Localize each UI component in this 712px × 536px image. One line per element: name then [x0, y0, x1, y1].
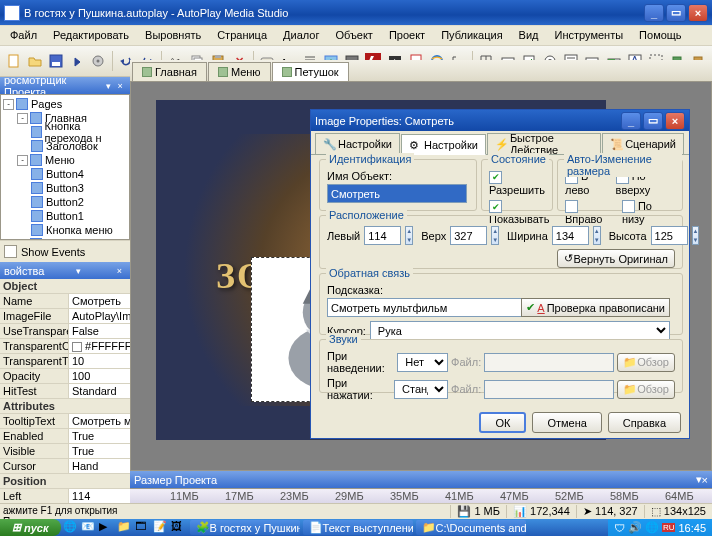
- tray-icon[interactable]: 🔊: [628, 521, 642, 534]
- top-spinner[interactable]: ▲▼: [491, 226, 499, 245]
- height-input[interactable]: [651, 226, 688, 245]
- build-icon[interactable]: [89, 50, 108, 72]
- tree-item[interactable]: Заголовок: [46, 140, 98, 152]
- left-input[interactable]: [364, 226, 401, 245]
- tab-quick-action[interactable]: ⚡Быстрое Действие: [487, 133, 601, 154]
- project-tree[interactable]: -Pages -Главная Кнопка перехода н Заголо…: [0, 94, 130, 240]
- expand-icon[interactable]: -: [17, 155, 28, 166]
- prop-value[interactable]: False: [68, 324, 130, 338]
- menu-page[interactable]: Страница: [213, 28, 271, 43]
- help-button[interactable]: Справка: [608, 412, 681, 433]
- show-events-checkbox[interactable]: [4, 245, 17, 258]
- tray-icon[interactable]: 🌐: [645, 521, 659, 534]
- tree-item[interactable]: Button1: [46, 210, 84, 222]
- tree-item[interactable]: Button4: [46, 168, 84, 180]
- click-browse-button[interactable]: 📁 Обзор: [617, 380, 675, 399]
- panel-menu-icon[interactable]: ▾: [72, 264, 85, 277]
- top-input[interactable]: [450, 226, 487, 245]
- width-input[interactable]: [552, 226, 589, 245]
- prop-value[interactable]: AutoPlay\Image: [68, 309, 130, 323]
- restore-original-button[interactable]: ↺ Вернуть Оригинал: [557, 249, 675, 268]
- prop-value[interactable]: 114: [68, 489, 130, 503]
- menu-edit[interactable]: Редактировать: [49, 28, 133, 43]
- close-button[interactable]: ×: [688, 4, 708, 22]
- quick-launch-icon[interactable]: 🗔: [135, 520, 151, 535]
- quick-launch-icon[interactable]: 🖼: [171, 520, 187, 535]
- quick-launch-icon[interactable]: 📁: [117, 520, 133, 535]
- prop-value[interactable]: Standard: [68, 384, 130, 398]
- menu-project[interactable]: Проект: [385, 28, 429, 43]
- panel-menu-icon[interactable]: ▾: [102, 79, 114, 92]
- height-spinner[interactable]: ▲▼: [692, 226, 700, 245]
- tab-menu[interactable]: Меню: [208, 62, 271, 81]
- prop-value[interactable]: True: [68, 444, 130, 458]
- hover-browse-button[interactable]: 📁 Обзор: [617, 353, 675, 372]
- quick-launch-icon[interactable]: 📧: [81, 520, 97, 535]
- tree-root[interactable]: Pages: [31, 98, 62, 110]
- tab-petushok[interactable]: Петушок: [272, 62, 349, 81]
- start-button[interactable]: ⊞пуск: [0, 519, 61, 536]
- tab-settings[interactable]: 🔧Настройки: [315, 133, 400, 154]
- tab-attributes[interactable]: ⚙Настройки: [401, 134, 486, 155]
- panel-close-icon[interactable]: ×: [114, 79, 126, 92]
- tab-main[interactable]: Главная: [132, 62, 207, 81]
- taskbar-item[interactable]: 🧩 В гостях у Пушкина...: [190, 520, 300, 535]
- menu-align[interactable]: Выровнять: [141, 28, 205, 43]
- menu-object[interactable]: Объект: [331, 28, 376, 43]
- clock[interactable]: 16:45: [678, 522, 706, 534]
- prop-value[interactable]: Смотреть муль: [68, 414, 130, 428]
- properties-grid[interactable]: Object NameСмотреть ImageFileAutoPlay\Im…: [0, 279, 130, 519]
- prop-value[interactable]: Смотреть: [68, 294, 130, 308]
- prop-value[interactable]: 100: [68, 369, 130, 383]
- quick-launch-icon[interactable]: 📝: [153, 520, 169, 535]
- quick-launch-icon[interactable]: 🌐: [63, 520, 79, 535]
- dialog-minimize-button[interactable]: _: [621, 112, 641, 130]
- bottom-checkbox[interactable]: [622, 200, 635, 213]
- menu-help[interactable]: Помощь: [635, 28, 686, 43]
- open-icon[interactable]: [25, 50, 44, 72]
- dialog-titlebar[interactable]: Image Properties: Смотреть _ ▭ ×: [311, 110, 689, 131]
- panel-close-icon[interactable]: ×: [702, 474, 708, 486]
- cursor-select[interactable]: Рука: [370, 321, 670, 340]
- tree-item[interactable]: Кнопка меню: [46, 224, 113, 236]
- taskbar-item[interactable]: 📄 Текст выступления ...: [303, 520, 413, 535]
- prop-value[interactable]: #FFFFFF: [68, 339, 130, 353]
- hover-sound-select[interactable]: Нет: [397, 353, 448, 372]
- menu-file[interactable]: Файл: [6, 28, 41, 43]
- tree-item[interactable]: Меню: [45, 154, 75, 166]
- expand-icon[interactable]: -: [17, 113, 28, 124]
- dialog-close-button[interactable]: ×: [665, 112, 685, 130]
- lang-icon[interactable]: RU: [662, 523, 676, 532]
- ok-button[interactable]: ОК: [479, 412, 526, 433]
- dialog-maximize-button[interactable]: ▭: [643, 112, 663, 130]
- prop-value[interactable]: True: [68, 429, 130, 443]
- cancel-button[interactable]: Отмена: [532, 412, 601, 433]
- spellcheck-button[interactable]: ✔АПроверка правописани: [521, 298, 670, 317]
- save-icon[interactable]: [46, 50, 65, 72]
- preview-icon[interactable]: [68, 50, 87, 72]
- prop-value[interactable]: Hand: [68, 459, 130, 473]
- tree-item[interactable]: Button3: [46, 182, 84, 194]
- object-name-input[interactable]: [327, 184, 467, 203]
- panel-close-icon[interactable]: ×: [113, 264, 126, 277]
- width-spinner[interactable]: ▲▼: [593, 226, 601, 245]
- prop-value[interactable]: 10: [68, 354, 130, 368]
- quick-launch-icon[interactable]: ▶: [99, 520, 115, 535]
- right-checkbox[interactable]: [565, 200, 578, 213]
- allow-checkbox[interactable]: [489, 171, 502, 184]
- menu-tools[interactable]: Инструменты: [551, 28, 628, 43]
- expand-icon[interactable]: -: [3, 99, 14, 110]
- system-tray[interactable]: 🛡 🔊 🌐 RU 16:45: [608, 519, 712, 536]
- taskbar-item[interactable]: 📁 C:\Documents and Se...: [416, 520, 526, 535]
- click-sound-select[interactable]: Стандарт: [394, 380, 448, 399]
- tree-item[interactable]: Button2: [46, 196, 84, 208]
- new-icon[interactable]: [4, 50, 23, 72]
- menu-publish[interactable]: Публикация: [437, 28, 506, 43]
- minimize-button[interactable]: _: [644, 4, 664, 22]
- maximize-button[interactable]: ▭: [666, 4, 686, 22]
- tab-script[interactable]: 📜Сценарий: [602, 133, 684, 154]
- show-checkbox[interactable]: [489, 200, 502, 213]
- menu-dialog[interactable]: Диалог: [279, 28, 323, 43]
- tray-icon[interactable]: 🛡: [614, 522, 625, 534]
- left-spinner[interactable]: ▲▼: [405, 226, 413, 245]
